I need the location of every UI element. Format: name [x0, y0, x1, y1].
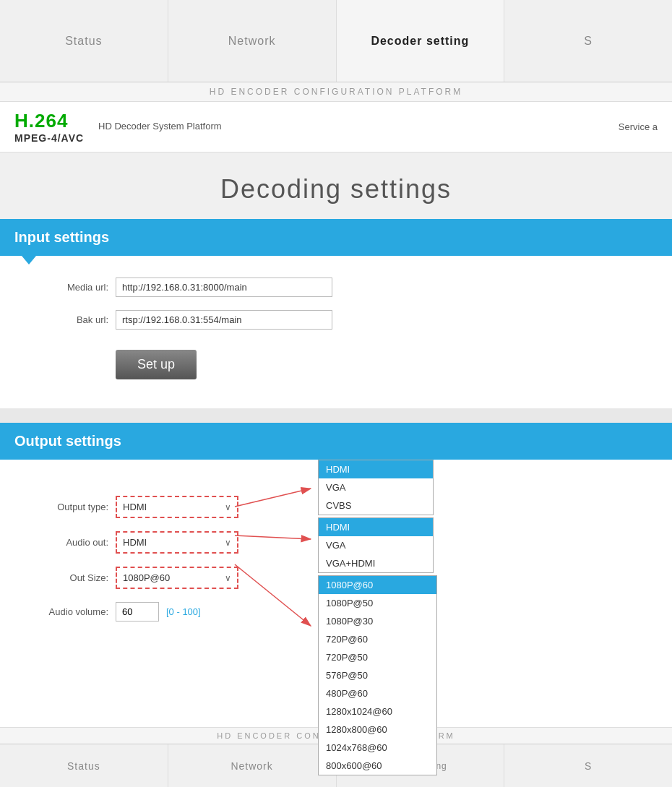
output-settings-header: Output settings — [0, 423, 672, 460]
audio-out-select[interactable]: HDMI VGA VGA+HDMI — [117, 533, 237, 552]
media-url-row: Media url: — [29, 278, 643, 297]
dropdown-item-vga-1[interactable]: VGA — [319, 478, 433, 496]
brand-h264: H.264 — [14, 110, 84, 132]
bottom-nav-extra[interactable]: S — [504, 744, 672, 787]
page-title: Decoding settings — [0, 174, 672, 205]
brand-bar: H.264 MPEG-4/AVC HD Decoder System Platf… — [0, 102, 672, 152]
dropdown-item-vga-2[interactable]: VGA — [319, 536, 433, 554]
dropdown-item-1280x800[interactable]: 1280x800@60 — [319, 721, 436, 739]
input-settings-form: Media url: Bak url: Set up — [0, 256, 672, 408]
dropdown-item-1280x1024[interactable]: 1280x1024@60 — [319, 702, 436, 721]
dropdown-item-cvbs[interactable]: CVBS — [319, 496, 433, 515]
dropdown-item-1024x768[interactable]: 1024x768@60 — [319, 739, 436, 757]
media-url-label: Media url: — [29, 282, 108, 293]
audio-out-select-wrapper[interactable]: HDMI VGA VGA+HDMI ∨ — [116, 531, 238, 554]
bak-url-row: Bak url: — [29, 310, 643, 330]
dropdown-item-480p60[interactable]: 480P@60 — [319, 684, 436, 702]
output-type-select-wrapper[interactable]: HDMI VGA CVBS ∨ — [116, 496, 238, 518]
dropdown-item-1080p50[interactable]: 1080P@50 — [319, 594, 436, 612]
out-size-select-wrapper[interactable]: 1080P@60 1080P@50 1080P@30 720P@60 720P@… — [116, 567, 238, 589]
page-title-section: Decoding settings — [0, 152, 672, 219]
output-type-label: Output type: — [29, 502, 108, 512]
bottom-nav-status[interactable]: Status — [0, 744, 168, 787]
bottom-nav-network[interactable]: Network — [168, 744, 337, 787]
audio-volume-input[interactable] — [116, 602, 159, 622]
bak-url-label: Bak url: — [29, 314, 108, 325]
output-type-select[interactable]: HDMI VGA CVBS — [117, 497, 237, 517]
dropdown-item-hdmi-1[interactable]: HDMI — [319, 460, 433, 478]
output-type-dropdown[interactable]: HDMI VGA CVBS — [318, 460, 434, 515]
nav-network[interactable]: Network — [168, 0, 337, 82]
out-size-label: Out Size: — [29, 572, 108, 583]
brand-mpeg: MPEG-4/AVC — [14, 132, 84, 144]
audio-out-label: Audio out: — [29, 537, 108, 548]
brand-system-text: HD Decoder System Platform — [98, 120, 222, 133]
nav-decoder-setting[interactable]: Decoder setting — [337, 0, 505, 82]
dropdown-item-hdmi-2[interactable]: HDMI — [319, 518, 433, 536]
media-url-input[interactable] — [116, 278, 332, 297]
audio-out-dropdown[interactable]: HDMI VGA VGA+HDMI — [318, 517, 434, 573]
dropdown-item-vga-hdmi[interactable]: VGA+HDMI — [319, 554, 433, 572]
brand-logo: H.264 MPEG-4/AVC — [14, 110, 84, 144]
sub-header: HD ENCODER CONFIGURATION PLATFORM — [0, 82, 672, 102]
out-size-select[interactable]: 1080P@60 1080P@50 1080P@30 720P@60 720P@… — [117, 568, 237, 588]
top-navigation: Status Network Decoder setting S — [0, 0, 672, 82]
nav-extra[interactable]: S — [504, 0, 672, 82]
dropdown-item-1080p30[interactable]: 1080P@30 — [319, 612, 436, 630]
dropdown-item-800x600[interactable]: 800x600@60 — [319, 757, 436, 775]
nav-status[interactable]: Status — [0, 0, 168, 82]
dropdown-item-720p60[interactable]: 720P@60 — [319, 630, 436, 648]
dropdown-item-1080p60[interactable]: 1080P@60 — [319, 576, 436, 594]
input-settings-header: Input settings — [0, 219, 672, 256]
bak-url-input[interactable] — [116, 310, 332, 330]
audio-volume-range: [0 - 100] — [166, 606, 201, 617]
setup-button[interactable]: Set up — [116, 350, 197, 379]
out-size-dropdown[interactable]: 1080P@60 1080P@50 1080P@30 720P@60 720P@… — [318, 575, 437, 775]
dropdown-item-576p50[interactable]: 576P@50 — [319, 666, 436, 684]
brand-service: Service a — [619, 121, 658, 132]
dropdown-item-720p50[interactable]: 720P@50 — [319, 648, 436, 666]
audio-volume-label: Audio volume: — [29, 606, 108, 617]
